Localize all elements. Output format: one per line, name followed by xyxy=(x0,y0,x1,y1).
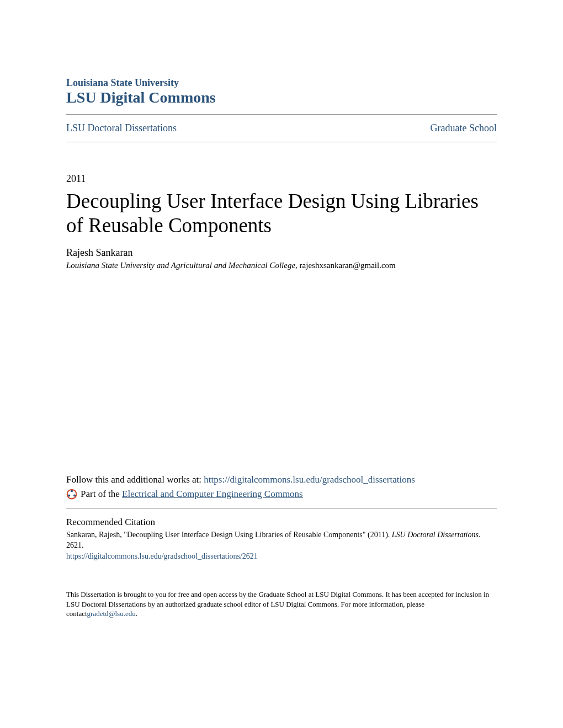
follow-line: Follow this and additional works at: htt… xyxy=(66,474,497,485)
footer-suffix: . xyxy=(136,609,137,618)
partof-line: Part of the Electrical and Computer Engi… xyxy=(66,489,497,500)
repository-name: LSU Digital Commons xyxy=(66,89,497,106)
affiliation-line: Louisiana State University and Agricultu… xyxy=(66,261,497,270)
footer-text: This Dissertation is brought to you for … xyxy=(66,590,497,619)
affiliation-separator: , xyxy=(295,261,300,270)
page-container: Louisiana State University LSU Digital C… xyxy=(0,0,563,646)
institution-name: Louisiana State University xyxy=(66,77,497,89)
affiliation: Louisiana State University and Agricultu… xyxy=(66,261,295,270)
partof-commons-link[interactable]: Electrical and Computer Engineering Comm… xyxy=(122,489,303,499)
breadcrumb: LSU Doctoral Dissertations Graduate Scho… xyxy=(66,115,497,142)
paper-title: Decoupling User Interface Design Using L… xyxy=(66,189,497,237)
citation-heading: Recommended Citation xyxy=(66,517,497,528)
follow-url-link[interactable]: https://digitalcommons.lsu.edu/gradschoo… xyxy=(204,474,415,485)
svg-point-1 xyxy=(71,490,73,492)
svg-point-3 xyxy=(73,495,76,497)
svg-point-2 xyxy=(68,495,70,497)
author-name: Rajesh Sankaran xyxy=(66,247,497,259)
footer-email-link[interactable]: gradetd@lsu.edu xyxy=(87,609,136,618)
author-email: rajeshxsankaran@gmail.com xyxy=(300,261,396,270)
network-icon xyxy=(66,489,77,500)
partof-prefix: Part of the xyxy=(81,489,122,499)
citation-journal: LSU Doctoral Dissertations xyxy=(392,531,479,539)
collection-link[interactable]: LSU Doctoral Dissertations xyxy=(66,122,177,134)
publication-year: 2011 xyxy=(66,173,497,185)
divider xyxy=(66,508,497,509)
follow-block: Follow this and additional works at: htt… xyxy=(66,474,497,618)
citation-text: Sankaran, Rajesh, "Decoupling User Inter… xyxy=(66,530,497,551)
citation-url-link[interactable]: https://digitalcommons.lsu.edu/gradschoo… xyxy=(66,552,497,561)
partof-text: Part of the Electrical and Computer Engi… xyxy=(81,489,303,500)
follow-prefix: Follow this and additional works at: xyxy=(66,474,204,485)
repository-header: Louisiana State University LSU Digital C… xyxy=(66,77,497,106)
citation-prefix: Sankaran, Rajesh, "Decoupling User Inter… xyxy=(66,531,392,539)
school-link[interactable]: Graduate School xyxy=(431,122,497,134)
divider xyxy=(66,142,497,142)
